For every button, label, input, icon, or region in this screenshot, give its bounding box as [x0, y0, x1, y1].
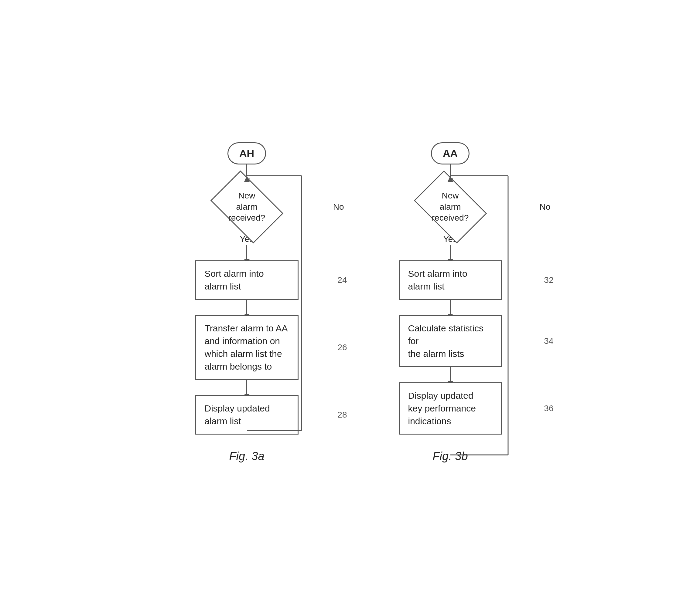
step-label-28: 28 — [338, 410, 347, 420]
step-26: Transfer alarm to AAand information onwh… — [195, 315, 299, 380]
fig-3b-label: Fig. 3b — [432, 450, 468, 463]
arrow-yes-3b — [450, 245, 451, 260]
diagrams-container: AH Newalarmreceived? No Yes Sort alarm i… — [153, 115, 548, 481]
diagram-3a: AH Newalarmreceived? No Yes Sort alarm i… — [171, 133, 323, 463]
arrow-2 — [246, 300, 247, 315]
no-label-3a: No — [333, 202, 344, 212]
step-label-34: 34 — [544, 336, 553, 346]
step-26-wrapper: Transfer alarm to AAand information onwh… — [171, 315, 323, 380]
arrow-b-3 — [450, 367, 451, 382]
step-34: Calculate statistics forthe alarm lists — [399, 315, 502, 367]
fig-3a-label: Fig. 3a — [229, 450, 264, 463]
step-28: Display updatedalarm list — [195, 395, 299, 435]
step-24: Sort alarm intoalarm list — [195, 260, 299, 300]
decision-diamond-3a: Newalarmreceived? No — [171, 183, 323, 231]
start-oval-ah: AH — [171, 133, 323, 164]
arrow-3 — [246, 380, 247, 395]
arrow-yes-3a — [246, 245, 247, 260]
step-36: Display updatedkey performanceindication… — [399, 382, 502, 435]
step-34-wrapper: Calculate statistics forthe alarm lists … — [371, 315, 529, 367]
diagram-3b: AA Newalarmreceived? No Yes Sort alarm i… — [371, 133, 529, 463]
step-24-wrapper: Sort alarm intoalarm list 24 — [171, 260, 323, 300]
decision-diamond-3b: Newalarmreceived? No — [371, 183, 529, 231]
step-label-36: 36 — [544, 404, 553, 413]
step-label-26: 26 — [338, 343, 347, 352]
step-32: Sort alarm intoalarm list — [399, 260, 502, 300]
arrow-b-2 — [450, 300, 451, 315]
step-28-wrapper: Display updatedalarm list 28 — [171, 395, 323, 435]
step-label-24: 24 — [338, 275, 347, 285]
no-label-3b: No — [540, 202, 551, 212]
step-32-wrapper: Sort alarm intoalarm list 32 — [371, 260, 529, 300]
start-oval-aa: AA — [371, 133, 529, 164]
step-36-wrapper: Display updatedkey performanceindication… — [371, 382, 529, 435]
step-label-32: 32 — [544, 275, 553, 285]
